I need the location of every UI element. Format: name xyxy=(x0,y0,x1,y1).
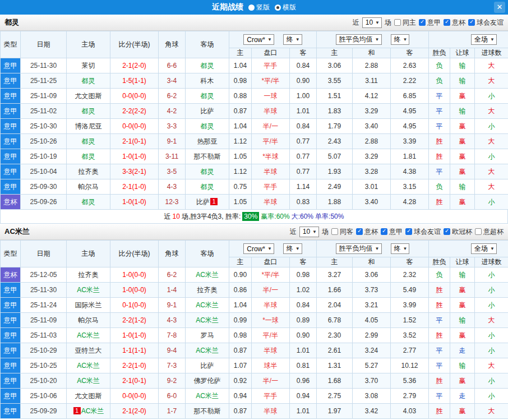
final-avg-select[interactable]: 终▼ xyxy=(391,243,410,254)
cell-handicap: 半/一 xyxy=(252,283,290,298)
cell-away-team: 都灵 xyxy=(186,58,229,73)
red-card-badge: 1 xyxy=(73,407,81,414)
match-row: 意甲25-09-30帕尔马2-1(1-0)4-3都灵0.75平手1.142.49… xyxy=(1,179,508,195)
cell-corners: 3-11 xyxy=(159,149,186,164)
team-link[interactable]: 热那亚 xyxy=(197,137,218,145)
scope-select[interactable]: 全场▼ xyxy=(471,34,497,45)
match-row: 意甲25-11-30莱切2-1(2-0)6-6都灵1.04平手0.843.062… xyxy=(1,58,508,73)
team-link[interactable]: AC米兰 xyxy=(77,286,100,294)
cell-handicap: 球半 xyxy=(252,358,290,373)
team-link[interactable]: 拉齐奥 xyxy=(78,271,99,279)
team-link[interactable]: 比萨 xyxy=(196,198,210,206)
col-header: 客场 xyxy=(186,241,229,267)
col-header: 主场 xyxy=(67,241,110,267)
cell-result: 负 xyxy=(429,267,450,283)
cell-date: 25-09-29 xyxy=(21,404,67,419)
filter-checkbox-item[interactable]: 欧冠杯 xyxy=(444,227,472,237)
cell-league: 意甲 xyxy=(1,373,21,389)
filter-checkbox-item[interactable]: 球会友谊 xyxy=(405,227,441,237)
layout-radio-horizontal[interactable]: 横版 xyxy=(275,3,296,12)
cell-score: 1-5(1-1) xyxy=(110,73,159,89)
avg-type-select[interactable]: 胜平负均值▼ xyxy=(336,243,382,254)
team-link[interactable]: 拉齐奥 xyxy=(197,286,218,294)
match-count-select[interactable]: 10▼ xyxy=(362,17,382,28)
close-button[interactable]: ✕ xyxy=(494,2,505,13)
team-link[interactable]: 亚特兰大 xyxy=(75,347,102,354)
cell-corners: 6-2 xyxy=(159,267,186,283)
team-name: AC米兰 xyxy=(4,227,30,237)
team-link[interactable]: 都灵 xyxy=(82,153,95,160)
team-link[interactable]: 都灵 xyxy=(201,62,214,70)
layout-radio-vertical[interactable]: 竖版 xyxy=(248,3,270,12)
team-link[interactable]: 都灵 xyxy=(82,77,95,85)
team-link[interactable]: 帕尔马 xyxy=(78,183,99,191)
team-link[interactable]: 比萨 xyxy=(201,362,214,370)
filter-checkbox-item[interactable]: 意杯 xyxy=(444,18,465,27)
team-link[interactable]: 都灵 xyxy=(201,92,214,100)
cell-handicap: 半球 xyxy=(252,164,290,179)
team-link[interactable]: AC米兰 xyxy=(196,301,219,309)
cell-away-team: 那不勒斯 xyxy=(186,404,229,419)
filter-prefix: 近 xyxy=(290,227,297,237)
filter-checkbox-item[interactable]: 意甲 xyxy=(381,227,403,237)
final-avg-select[interactable]: 终▼ xyxy=(391,34,410,45)
team-link[interactable]: 罗马 xyxy=(201,331,214,339)
team-link[interactable]: 都灵 xyxy=(82,107,95,115)
col-header: 类型 xyxy=(1,241,21,267)
team-link[interactable]: AC米兰 xyxy=(196,271,219,279)
match-count-select[interactable]: 10▼ xyxy=(299,227,319,237)
team-link[interactable]: AC米兰 xyxy=(196,347,219,354)
cell-avg-draw: 4.05 xyxy=(353,313,391,328)
team-link[interactable]: 都灵 xyxy=(82,198,95,206)
filter-checkbox-item[interactable]: 意超杯 xyxy=(475,227,504,237)
cell-score: 2-1(2-0) xyxy=(110,404,159,419)
cell-league: 意甲 xyxy=(1,89,21,104)
avg-type-select[interactable]: 胜平负均值▼ xyxy=(336,34,382,45)
team-link[interactable]: 科木 xyxy=(201,77,214,85)
team-link[interactable]: 佛罗伦萨 xyxy=(194,377,221,385)
team-link[interactable]: 帕尔马 xyxy=(78,316,99,324)
cell-away-team: 都灵 xyxy=(186,164,229,179)
final-odds-select[interactable]: 终▼ xyxy=(283,243,302,254)
cell-date: 25-09-30 xyxy=(21,179,67,195)
team-link[interactable]: AC米兰 xyxy=(81,407,104,415)
team-link[interactable]: AC米兰 xyxy=(196,316,219,324)
team-link[interactable]: AC米兰 xyxy=(196,392,219,400)
team-link[interactable]: 都灵 xyxy=(82,137,95,145)
match-row: 意甲25-11-03AC米兰1-0(1-0)7-8罗马0.98平/半0.902.… xyxy=(1,328,508,343)
team-link[interactable]: 都灵 xyxy=(201,168,214,176)
cell-goals-result: 小 xyxy=(475,119,508,134)
team-link[interactable]: AC米兰 xyxy=(77,377,100,385)
filter-checkbox-item[interactable]: 球会友谊 xyxy=(468,18,504,27)
filter-checkbox-item[interactable]: 意甲 xyxy=(419,18,441,27)
bookmaker-select[interactable]: Crow*▼ xyxy=(243,34,274,45)
team-link[interactable]: 尤文图斯 xyxy=(75,392,102,400)
team-link[interactable]: 都灵 xyxy=(201,183,214,191)
team-link[interactable]: 博洛尼亚 xyxy=(75,122,102,130)
team-link[interactable]: 那不勒斯 xyxy=(194,153,221,160)
filter-checkbox-item[interactable]: 同客 xyxy=(331,227,353,237)
filter-checkbox-item[interactable]: 意杯 xyxy=(356,227,378,237)
cell-goals-result: 小 xyxy=(475,149,508,164)
scope-select[interactable]: 全场▼ xyxy=(471,243,497,254)
team-link[interactable]: 那不勒斯 xyxy=(194,407,221,415)
filter-label: 意甲 xyxy=(389,227,403,237)
cell-avg-home: 5.07 xyxy=(317,149,353,164)
matches-table: 类型日期主场比分(半场)角球客场Crow*▼终▼胜平负均值▼终▼全场▼主盘口客主… xyxy=(0,240,508,419)
cell-score: 1-0(1-0) xyxy=(110,328,159,343)
team-link[interactable]: AC米兰 xyxy=(77,362,100,370)
team-link[interactable]: 拉齐奥 xyxy=(78,168,99,176)
team-link[interactable]: AC米兰 xyxy=(77,331,100,339)
team-link[interactable]: 比萨 xyxy=(201,107,214,115)
team-link[interactable]: 国际米兰 xyxy=(75,301,102,309)
team-link[interactable]: 都灵 xyxy=(201,122,214,130)
cell-avg-draw: 3.40 xyxy=(353,119,391,134)
cell-league: 意甲 xyxy=(1,328,21,343)
bookmaker-select[interactable]: Crow*▼ xyxy=(243,243,274,254)
filter-checkbox-item[interactable]: 同主 xyxy=(394,18,416,27)
final-odds-select[interactable]: 终▼ xyxy=(283,34,302,45)
summary-single-rate: 单率:50% xyxy=(315,212,344,221)
team-link[interactable]: 尤文图斯 xyxy=(75,92,102,100)
cell-avg-away: 4.38 xyxy=(391,164,429,179)
team-link[interactable]: 莱切 xyxy=(82,62,95,70)
